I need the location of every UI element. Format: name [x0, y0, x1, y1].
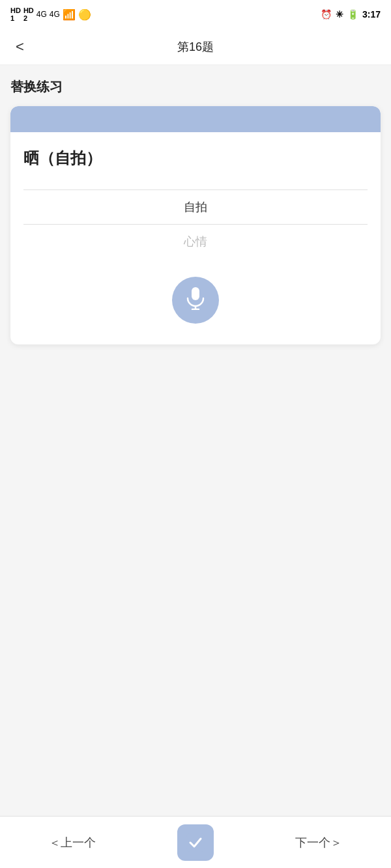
- alarm-icon: ⏰: [321, 9, 332, 20]
- placeholder-text: 心情: [23, 225, 368, 259]
- svg-rect-3: [186, 833, 205, 852]
- main-content: 替换练习 晒（自拍） 自拍 心情: [0, 65, 391, 868]
- card-body: 晒（自拍） 自拍 心情: [10, 132, 381, 344]
- bottom-bar: ＜上一个 下一个＞: [0, 816, 391, 868]
- question-text: 晒（自拍）: [23, 148, 368, 169]
- bluetooth-icon: ✳: [336, 9, 343, 20]
- section-title: 替换练习: [10, 78, 381, 96]
- nav-bar: < 第16题: [0, 29, 391, 65]
- hd2-label: HD2: [23, 7, 34, 22]
- next-button[interactable]: 下一个＞: [280, 830, 358, 856]
- mic-button[interactable]: [172, 277, 219, 324]
- prev-button[interactable]: ＜上一个: [33, 830, 111, 856]
- card-header: [10, 106, 381, 132]
- center-check-button[interactable]: [177, 824, 214, 861]
- answer-text: 自拍: [23, 190, 368, 225]
- nav-title: 第16题: [177, 39, 214, 55]
- back-button[interactable]: <: [10, 33, 29, 61]
- battery-icon: 🔋: [347, 9, 358, 20]
- wifi-icon: 📶: [63, 8, 76, 21]
- status-left: HD1 HD2 4G 4G 📶 🟡: [10, 7, 91, 22]
- time-display: 3:17: [362, 9, 381, 20]
- notification-icon: 🟡: [78, 8, 91, 21]
- status-bar: HD1 HD2 4G 4G 📶 🟡 ⏰ ✳ 🔋 3:17: [0, 0, 391, 29]
- signal2-icon: 4G: [50, 10, 60, 19]
- svg-rect-0: [192, 287, 199, 300]
- exercise-card: 晒（自拍） 自拍 心情: [10, 106, 381, 344]
- mic-icon: [186, 287, 205, 315]
- hd1-label: HD1: [10, 7, 21, 22]
- status-right: ⏰ ✳ 🔋 3:17: [321, 9, 381, 20]
- mic-button-container: [23, 277, 368, 324]
- signal1-icon: 4G: [36, 10, 47, 19]
